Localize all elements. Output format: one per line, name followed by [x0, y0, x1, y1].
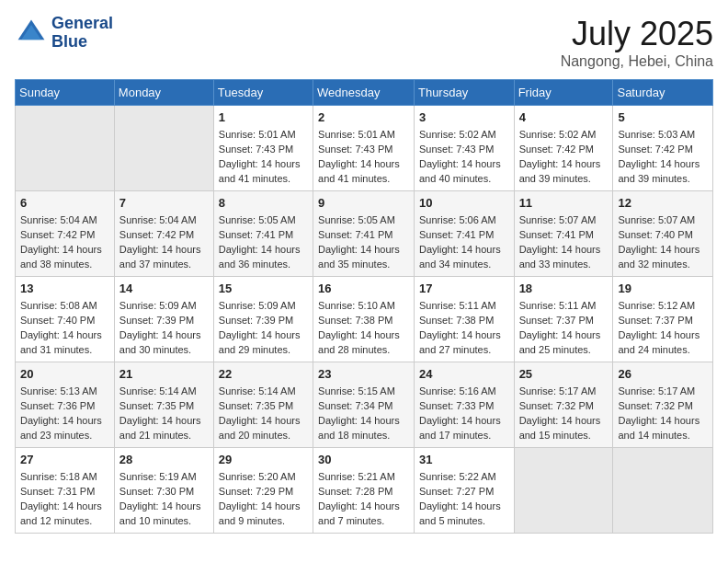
day-number: 10 — [419, 195, 509, 212]
day-number: 3 — [419, 109, 509, 126]
day-number: 18 — [519, 281, 609, 297]
day-info: Sunrise: 5:16 AMSunset: 7:33 PMDaylight:… — [419, 385, 501, 441]
calendar-day: 7Sunrise: 5:04 AMSunset: 7:42 PMDaylight… — [114, 190, 213, 276]
calendar-week-3: 13Sunrise: 5:08 AMSunset: 7:40 PMDayligh… — [16, 276, 713, 362]
calendar-day: 3Sunrise: 5:02 AMSunset: 7:43 PMDaylight… — [414, 106, 514, 191]
calendar-day: 25Sunrise: 5:17 AMSunset: 7:32 PMDayligh… — [514, 362, 613, 447]
weekday-header-monday: Monday — [114, 80, 213, 106]
day-info: Sunrise: 5:19 AMSunset: 7:30 PMDaylight:… — [119, 471, 201, 526]
calendar-day: 12Sunrise: 5:07 AMSunset: 7:40 PMDayligh… — [613, 190, 713, 276]
day-number: 12 — [618, 195, 708, 212]
calendar-day: 9Sunrise: 5:05 AMSunset: 7:41 PMDaylight… — [313, 190, 415, 276]
day-number: 2 — [318, 109, 409, 126]
calendar-day: 15Sunrise: 5:09 AMSunset: 7:39 PMDayligh… — [213, 276, 313, 362]
calendar-day: 8Sunrise: 5:05 AMSunset: 7:41 PMDaylight… — [213, 190, 313, 276]
logo-line2: Blue — [51, 33, 113, 52]
calendar-day — [613, 447, 713, 533]
day-number: 4 — [519, 109, 609, 126]
day-number: 7 — [119, 195, 209, 212]
day-info: Sunrise: 5:02 AMSunset: 7:42 PMDaylight:… — [519, 129, 601, 184]
day-info: Sunrise: 5:04 AMSunset: 7:42 PMDaylight:… — [20, 214, 102, 270]
day-number: 30 — [318, 452, 409, 468]
calendar-table: SundayMondayTuesdayWednesdayThursdayFrid… — [15, 79, 713, 534]
calendar-day: 11Sunrise: 5:07 AMSunset: 7:41 PMDayligh… — [514, 190, 613, 276]
day-info: Sunrise: 5:14 AMSunset: 7:35 PMDaylight:… — [219, 385, 301, 441]
day-info: Sunrise: 5:03 AMSunset: 7:42 PMDaylight:… — [618, 129, 700, 184]
day-info: Sunrise: 5:17 AMSunset: 7:32 PMDaylight:… — [618, 385, 700, 441]
calendar-day: 28Sunrise: 5:19 AMSunset: 7:30 PMDayligh… — [114, 447, 213, 533]
weekday-header-friday: Friday — [514, 80, 613, 106]
calendar-day: 13Sunrise: 5:08 AMSunset: 7:40 PMDayligh… — [16, 276, 115, 362]
title-block: July 2025 Nangong, Hebei, China — [561, 15, 713, 70]
day-info: Sunrise: 5:11 AMSunset: 7:38 PMDaylight:… — [419, 300, 501, 355]
calendar-week-2: 6Sunrise: 5:04 AMSunset: 7:42 PMDaylight… — [16, 190, 713, 276]
logo: General Blue — [15, 15, 113, 52]
day-number: 16 — [318, 281, 409, 297]
weekday-header-wednesday: Wednesday — [313, 80, 415, 106]
calendar-day: 19Sunrise: 5:12 AMSunset: 7:37 PMDayligh… — [613, 276, 713, 362]
day-number: 28 — [119, 452, 209, 468]
calendar-day: 2Sunrise: 5:01 AMSunset: 7:43 PMDaylight… — [313, 106, 415, 191]
day-info: Sunrise: 5:01 AMSunset: 7:43 PMDaylight:… — [318, 129, 400, 184]
calendar-header: SundayMondayTuesdayWednesdayThursdayFrid… — [16, 80, 713, 106]
day-info: Sunrise: 5:10 AMSunset: 7:38 PMDaylight:… — [318, 300, 400, 355]
calendar-day: 31Sunrise: 5:22 AMSunset: 7:27 PMDayligh… — [414, 447, 514, 533]
day-info: Sunrise: 5:20 AMSunset: 7:29 PMDaylight:… — [219, 471, 301, 526]
day-info: Sunrise: 5:07 AMSunset: 7:40 PMDaylight:… — [618, 214, 700, 270]
day-info: Sunrise: 5:02 AMSunset: 7:43 PMDaylight:… — [419, 129, 501, 184]
day-info: Sunrise: 5:01 AMSunset: 7:43 PMDaylight:… — [219, 129, 301, 184]
day-number: 26 — [618, 366, 708, 383]
day-info: Sunrise: 5:22 AMSunset: 7:27 PMDaylight:… — [419, 471, 501, 526]
day-number: 1 — [219, 109, 308, 126]
calendar-day: 22Sunrise: 5:14 AMSunset: 7:35 PMDayligh… — [213, 362, 313, 447]
day-number: 5 — [618, 109, 708, 126]
calendar-day: 14Sunrise: 5:09 AMSunset: 7:39 PMDayligh… — [114, 276, 213, 362]
calendar-day: 18Sunrise: 5:11 AMSunset: 7:37 PMDayligh… — [514, 276, 613, 362]
day-info: Sunrise: 5:04 AMSunset: 7:42 PMDaylight:… — [119, 214, 201, 270]
calendar-day: 26Sunrise: 5:17 AMSunset: 7:32 PMDayligh… — [613, 362, 713, 447]
logo-icon — [15, 17, 48, 50]
day-number: 11 — [519, 195, 609, 212]
weekday-header-thursday: Thursday — [414, 80, 514, 106]
day-number: 14 — [119, 281, 209, 297]
calendar-week-1: 1Sunrise: 5:01 AMSunset: 7:43 PMDaylight… — [16, 106, 713, 191]
day-info: Sunrise: 5:08 AMSunset: 7:40 PMDaylight:… — [20, 300, 102, 355]
calendar-day: 21Sunrise: 5:14 AMSunset: 7:35 PMDayligh… — [114, 362, 213, 447]
day-number: 27 — [20, 452, 109, 468]
day-info: Sunrise: 5:05 AMSunset: 7:41 PMDaylight:… — [318, 214, 400, 270]
calendar-day: 23Sunrise: 5:15 AMSunset: 7:34 PMDayligh… — [313, 362, 415, 447]
day-number: 23 — [318, 366, 409, 383]
calendar-day: 30Sunrise: 5:21 AMSunset: 7:28 PMDayligh… — [313, 447, 415, 533]
day-number: 17 — [419, 281, 509, 297]
day-info: Sunrise: 5:11 AMSunset: 7:37 PMDaylight:… — [519, 300, 601, 355]
weekday-row: SundayMondayTuesdayWednesdayThursdayFrid… — [16, 80, 713, 106]
day-info: Sunrise: 5:17 AMSunset: 7:32 PMDaylight:… — [519, 385, 601, 441]
day-number: 24 — [419, 366, 509, 383]
calendar-day: 29Sunrise: 5:20 AMSunset: 7:29 PMDayligh… — [213, 447, 313, 533]
calendar-day: 10Sunrise: 5:06 AMSunset: 7:41 PMDayligh… — [414, 190, 514, 276]
day-info: Sunrise: 5:09 AMSunset: 7:39 PMDaylight:… — [119, 300, 201, 355]
day-number: 8 — [219, 195, 308, 212]
calendar-day: 5Sunrise: 5:03 AMSunset: 7:42 PMDaylight… — [613, 106, 713, 191]
day-number: 19 — [618, 281, 708, 297]
location-title: Nangong, Hebei, China — [561, 53, 713, 70]
day-number: 9 — [318, 195, 409, 212]
day-number: 22 — [219, 366, 308, 383]
page-header: General Blue July 2025 Nangong, Hebei, C… — [15, 15, 713, 70]
calendar-day: 27Sunrise: 5:18 AMSunset: 7:31 PMDayligh… — [16, 447, 115, 533]
calendar-day: 16Sunrise: 5:10 AMSunset: 7:38 PMDayligh… — [313, 276, 415, 362]
day-info: Sunrise: 5:12 AMSunset: 7:37 PMDaylight:… — [618, 300, 700, 355]
calendar-week-5: 27Sunrise: 5:18 AMSunset: 7:31 PMDayligh… — [16, 447, 713, 533]
day-number: 20 — [20, 366, 109, 383]
day-number: 25 — [519, 366, 609, 383]
calendar-day: 24Sunrise: 5:16 AMSunset: 7:33 PMDayligh… — [414, 362, 514, 447]
calendar-day: 20Sunrise: 5:13 AMSunset: 7:36 PMDayligh… — [16, 362, 115, 447]
day-number: 6 — [20, 195, 109, 212]
day-number: 21 — [119, 366, 209, 383]
day-number: 15 — [219, 281, 308, 297]
weekday-header-saturday: Saturday — [613, 80, 713, 106]
day-number: 31 — [419, 452, 509, 468]
day-number: 13 — [20, 281, 109, 297]
day-info: Sunrise: 5:15 AMSunset: 7:34 PMDaylight:… — [318, 385, 400, 441]
weekday-header-sunday: Sunday — [16, 80, 115, 106]
